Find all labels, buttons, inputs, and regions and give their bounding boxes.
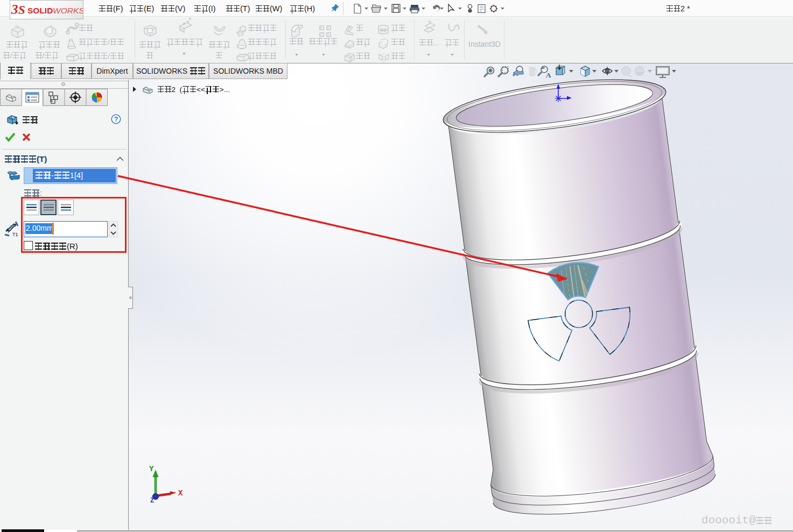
svg-text:A: A (546, 71, 551, 79)
svg-text:T1: T1 (12, 232, 18, 237)
svg-text:WORKS: WORKS (53, 6, 83, 15)
svg-text:X: X (178, 489, 183, 498)
svg-text:SOLID: SOLID (27, 6, 53, 15)
svg-text:Y: Y (149, 465, 154, 473)
svg-text:S: S (18, 3, 25, 17)
svg-text:3: 3 (11, 2, 18, 17)
svg-text:Z: Z (150, 497, 154, 505)
svg-text:?: ? (114, 116, 118, 123)
